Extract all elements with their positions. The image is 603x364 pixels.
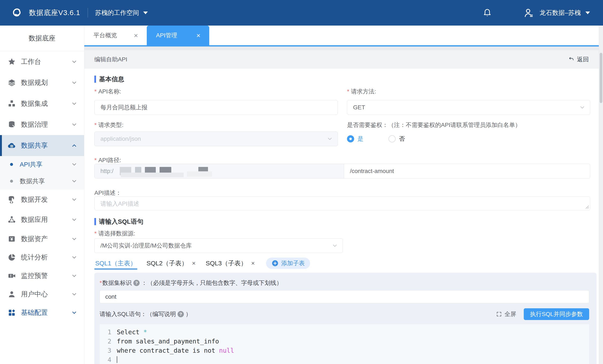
required-mark: *: [94, 88, 97, 95]
method-select[interactable]: GET: [347, 100, 590, 115]
datasource-select[interactable]: /M公司实训-治理层/M公司数据仓库: [94, 238, 343, 253]
code-line: 4: [100, 355, 589, 364]
sidebar-item-10[interactable]: 统计分析: [0, 248, 84, 267]
code-line: 3where contract_date is not null: [100, 346, 589, 355]
nodes-icon: [7, 215, 16, 224]
code-line: 1Select *: [100, 328, 589, 337]
section-basic-title: 基本信息: [99, 75, 124, 84]
sidebar-item-2[interactable]: 数据集成: [0, 93, 84, 114]
sidebar-item-label: 数据资产: [21, 234, 71, 243]
back-label: 返回: [577, 55, 589, 64]
sidebar-item-9[interactable]: 数据资产: [0, 230, 84, 248]
line-number: 1: [100, 328, 111, 337]
line-number: 4: [100, 355, 111, 364]
datasource-label: * 请选择数据源:: [94, 230, 590, 237]
sql-panel: * 数据集标识 ? ：（必须是字母开头，只能包含数字、字母或下划线） 请输入SQ…: [94, 273, 596, 364]
chevron-down-icon: [71, 254, 77, 261]
sidebar-item-8[interactable]: 数据应用: [0, 210, 84, 230]
chevron-down-icon: [71, 309, 77, 316]
scrollbar-thumb[interactable]: [600, 53, 602, 103]
tab-1[interactable]: API管理×: [147, 26, 209, 45]
radio-icon: [389, 135, 396, 143]
sidebar-subitem-5[interactable]: API共享: [0, 156, 84, 173]
sidebar-item-label: 数据开发: [21, 195, 71, 204]
required-mark: *: [94, 230, 97, 237]
line-number: 3: [100, 346, 111, 355]
auth-radio-0[interactable]: 是: [347, 135, 363, 143]
section-basic-info: 基本信息: [94, 75, 590, 83]
sidebar-item-label: 统计分析: [21, 253, 71, 262]
content-type-select[interactable]: application/json: [94, 132, 338, 146]
tab-close-icon[interactable]: ×: [134, 32, 138, 39]
undo-back-icon: [568, 56, 574, 63]
auth-radio-1[interactable]: 否: [389, 135, 405, 143]
sql-tab-2[interactable]: SQL2（子表）×: [146, 257, 197, 269]
radio-label: 是: [358, 135, 363, 143]
code-text: from sales_and_payment_info: [117, 337, 219, 346]
sql-code-editor[interactable]: 1Select *2from sales_and_payment_info3wh…: [100, 324, 589, 364]
tab-close-icon[interactable]: ×: [196, 32, 200, 39]
add-subtable-button[interactable]: 添加子表: [266, 258, 310, 269]
workspace-selector[interactable]: 苏槐的工作空间: [95, 9, 148, 17]
dataset-id-input[interactable]: [100, 290, 589, 303]
api-path-field: http:/: [94, 164, 590, 178]
code-token: Select: [117, 328, 143, 336]
bullet-icon: [10, 180, 13, 183]
back-button[interactable]: 返回: [568, 55, 589, 64]
layers-icon: [7, 78, 16, 87]
user-menu[interactable]: 龙石数据–苏槐: [539, 9, 590, 17]
user-icon: [7, 290, 16, 299]
notifications-button[interactable]: [482, 8, 492, 18]
sidebar-item-4[interactable]: 数据共享: [0, 135, 84, 156]
asset-icon: [7, 234, 16, 243]
api-path-label: * API路径:: [94, 157, 590, 164]
sidebar-item-0[interactable]: 工作台: [0, 51, 84, 72]
sql-tab-close-icon[interactable]: ×: [192, 260, 196, 267]
sidebar-title: 数据底座: [0, 26, 84, 51]
tab-0[interactable]: 平台概览×: [84, 26, 147, 45]
code-text: where contract_date is not null: [117, 346, 234, 355]
sidebar-item-7[interactable]: 数据开发: [0, 189, 84, 210]
method-value: GET: [353, 104, 365, 111]
scrollbar-track[interactable]: [599, 26, 603, 364]
help-icon[interactable]: ?: [133, 280, 140, 286]
required-mark: *: [94, 122, 97, 128]
avatar[interactable]: [523, 7, 534, 18]
sidebar-item-label: 监控预警: [21, 271, 71, 280]
section-accent-bar: [94, 76, 96, 83]
sidebar-item-11[interactable]: 监控预警: [0, 267, 84, 285]
run-sql-button[interactable]: 执行SQL并同步参数: [524, 308, 589, 320]
line-number: 2: [100, 337, 111, 346]
sidebar-item-13[interactable]: 基础配置: [0, 303, 84, 322]
sidebar-item-label: 基础配置: [21, 308, 71, 317]
sidebar-item-3[interactable]: 数据治理: [0, 114, 84, 135]
sql-tab-bar: SQL1（主表）SQL2（子表）×SQL3（子表）× 添加子表: [94, 257, 590, 269]
fullscreen-button[interactable]: 全屏: [496, 310, 516, 318]
caret-down-icon: [585, 11, 590, 14]
auth-radio-group: 是否: [347, 132, 590, 146]
code-line: 2from sales_and_payment_info: [100, 337, 589, 346]
api-name-input[interactable]: [94, 100, 338, 115]
api-path-input[interactable]: [344, 164, 590, 178]
datasource-value: /M公司实训-治理层/M公司数据仓库: [100, 242, 192, 250]
redacted-block: [187, 171, 212, 177]
sidebar-subitem-6[interactable]: 数据共享: [0, 173, 84, 189]
sql-tab-close-icon[interactable]: ×: [251, 260, 255, 267]
sidebar-item-1[interactable]: 数据规划: [0, 72, 84, 93]
db-code-icon: [7, 195, 16, 204]
strip-gap: [84, 46, 599, 50]
required-mark: *: [347, 88, 349, 95]
chevron-down-icon: [71, 80, 77, 86]
tab-label: API管理: [156, 32, 177, 39]
sql-tab-3[interactable]: SQL3（子表）×: [205, 257, 255, 269]
chevron-up-icon: [71, 143, 77, 149]
code-text: [117, 355, 117, 364]
sql-tab-1[interactable]: SQL1（主表）: [94, 257, 137, 269]
sql-tab-label: SQL3（子表）: [206, 259, 247, 268]
help-icon[interactable]: ?: [178, 311, 184, 317]
api-desc-textarea[interactable]: [94, 197, 590, 210]
chevron-down-icon: [71, 100, 77, 107]
navbar-divider: [88, 8, 88, 18]
chevron-down-icon: [71, 291, 77, 298]
sidebar-item-12[interactable]: 用户中心: [0, 285, 84, 303]
